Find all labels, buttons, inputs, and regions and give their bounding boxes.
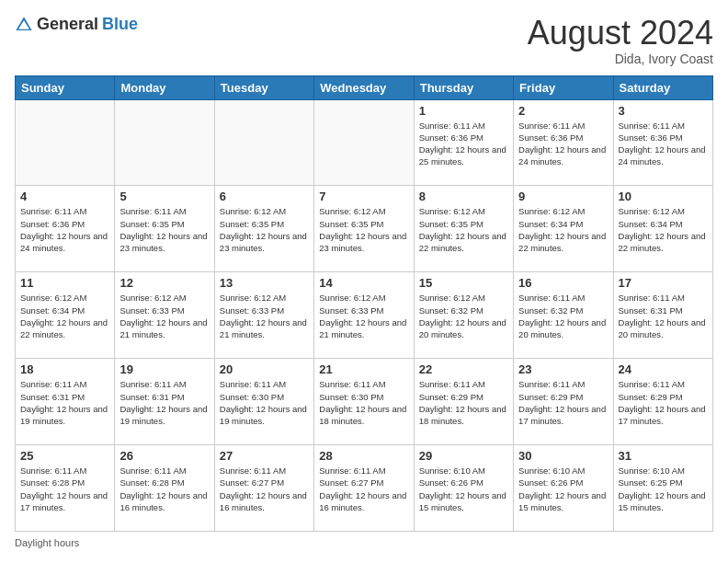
day-number: 24 <box>619 362 708 376</box>
day-info: Sunrise: 6:11 AM Sunset: 6:27 PM Dayligh… <box>220 465 309 513</box>
col-wednesday: Wednesday <box>314 75 414 99</box>
day-cell: 9Sunrise: 6:12 AM Sunset: 6:34 PM Daylig… <box>514 186 613 272</box>
day-info: Sunrise: 6:10 AM Sunset: 6:26 PM Dayligh… <box>419 465 508 513</box>
day-number: 6 <box>220 190 309 203</box>
footer-note: Daylight hours <box>15 537 713 548</box>
day-cell: 27Sunrise: 6:11 AM Sunset: 6:27 PM Dayli… <box>214 445 313 532</box>
day-number: 14 <box>319 276 408 290</box>
day-info: Sunrise: 6:11 AM Sunset: 6:30 PM Dayligh… <box>220 378 309 427</box>
week-row-1: 1Sunrise: 6:11 AM Sunset: 6:36 PM Daylig… <box>16 99 713 186</box>
day-info: Sunrise: 6:11 AM Sunset: 6:29 PM Dayligh… <box>518 378 608 427</box>
day-info: Sunrise: 6:11 AM Sunset: 6:36 PM Dayligh… <box>619 120 708 168</box>
day-number: 1 <box>419 104 508 118</box>
day-number: 23 <box>518 362 608 376</box>
day-number: 12 <box>119 276 209 290</box>
title-area: August 2024 Dida, Ivory Coast <box>528 15 713 66</box>
day-number: 28 <box>319 449 408 463</box>
day-number: 20 <box>220 362 309 376</box>
day-info: Sunrise: 6:11 AM Sunset: 6:31 PM Dayligh… <box>20 378 109 427</box>
day-cell <box>16 99 115 186</box>
day-cell: 28Sunrise: 6:11 AM Sunset: 6:27 PM Dayli… <box>314 445 414 532</box>
day-number: 2 <box>518 104 608 118</box>
col-friday: Friday <box>514 75 613 99</box>
day-number: 27 <box>220 449 309 463</box>
day-number: 3 <box>619 104 708 118</box>
day-info: Sunrise: 6:10 AM Sunset: 6:26 PM Dayligh… <box>518 465 608 513</box>
day-number: 8 <box>419 190 508 203</box>
day-info: Sunrise: 6:11 AM Sunset: 6:32 PM Dayligh… <box>518 292 608 340</box>
col-monday: Monday <box>115 75 214 99</box>
day-cell: 1Sunrise: 6:11 AM Sunset: 6:36 PM Daylig… <box>414 99 513 186</box>
logo-blue: Blue <box>102 15 138 34</box>
day-cell <box>214 99 313 186</box>
day-cell: 14Sunrise: 6:12 AM Sunset: 6:33 PM Dayli… <box>314 272 414 359</box>
day-number: 21 <box>319 362 408 376</box>
day-cell <box>314 99 414 186</box>
day-cell: 11Sunrise: 6:12 AM Sunset: 6:34 PM Dayli… <box>16 272 115 359</box>
day-cell: 8Sunrise: 6:12 AM Sunset: 6:35 PM Daylig… <box>414 186 513 272</box>
week-row-2: 4Sunrise: 6:11 AM Sunset: 6:36 PM Daylig… <box>16 186 713 272</box>
day-cell: 26Sunrise: 6:11 AM Sunset: 6:28 PM Dayli… <box>115 445 214 532</box>
day-info: Sunrise: 6:12 AM Sunset: 6:35 PM Dayligh… <box>419 205 508 254</box>
logo-general: General <box>37 15 98 34</box>
day-cell: 17Sunrise: 6:11 AM Sunset: 6:31 PM Dayli… <box>613 272 712 359</box>
day-info: Sunrise: 6:11 AM Sunset: 6:31 PM Dayligh… <box>619 292 708 340</box>
day-cell: 7Sunrise: 6:12 AM Sunset: 6:35 PM Daylig… <box>314 186 414 272</box>
logo-area: GeneralBlue <box>15 15 138 34</box>
day-cell: 5Sunrise: 6:11 AM Sunset: 6:35 PM Daylig… <box>115 186 214 272</box>
day-cell: 23Sunrise: 6:11 AM Sunset: 6:29 PM Dayli… <box>514 359 613 445</box>
day-number: 5 <box>119 190 209 203</box>
day-info: Sunrise: 6:12 AM Sunset: 6:35 PM Dayligh… <box>319 205 408 254</box>
day-info: Sunrise: 6:12 AM Sunset: 6:32 PM Dayligh… <box>419 292 508 340</box>
day-info: Sunrise: 6:11 AM Sunset: 6:27 PM Dayligh… <box>319 465 408 513</box>
header-row: Sunday Monday Tuesday Wednesday Thursday… <box>16 75 713 99</box>
day-cell: 29Sunrise: 6:10 AM Sunset: 6:26 PM Dayli… <box>414 445 513 532</box>
day-number: 11 <box>20 276 109 290</box>
day-number: 26 <box>119 449 209 463</box>
day-number: 18 <box>20 362 109 376</box>
day-number: 29 <box>419 449 508 463</box>
day-info: Sunrise: 6:11 AM Sunset: 6:29 PM Dayligh… <box>619 378 708 427</box>
week-row-3: 11Sunrise: 6:12 AM Sunset: 6:34 PM Dayli… <box>16 272 713 359</box>
day-cell: 6Sunrise: 6:12 AM Sunset: 6:35 PM Daylig… <box>214 186 313 272</box>
day-number: 9 <box>518 190 608 203</box>
col-sunday: Sunday <box>16 75 115 99</box>
day-cell: 15Sunrise: 6:12 AM Sunset: 6:32 PM Dayli… <box>414 272 513 359</box>
day-number: 30 <box>518 449 608 463</box>
day-cell: 10Sunrise: 6:12 AM Sunset: 6:34 PM Dayli… <box>613 186 712 272</box>
day-info: Sunrise: 6:12 AM Sunset: 6:34 PM Dayligh… <box>518 205 608 254</box>
day-cell: 12Sunrise: 6:12 AM Sunset: 6:33 PM Dayli… <box>115 272 214 359</box>
day-number: 13 <box>220 276 309 290</box>
day-number: 31 <box>619 449 708 463</box>
day-info: Sunrise: 6:10 AM Sunset: 6:25 PM Dayligh… <box>619 465 708 513</box>
day-number: 25 <box>20 449 109 463</box>
day-cell: 25Sunrise: 6:11 AM Sunset: 6:28 PM Dayli… <box>16 445 115 532</box>
day-number: 22 <box>419 362 508 376</box>
day-info: Sunrise: 6:12 AM Sunset: 6:33 PM Dayligh… <box>220 292 309 340</box>
day-info: Sunrise: 6:11 AM Sunset: 6:28 PM Dayligh… <box>20 465 109 513</box>
day-info: Sunrise: 6:11 AM Sunset: 6:28 PM Dayligh… <box>119 465 209 513</box>
day-cell: 22Sunrise: 6:11 AM Sunset: 6:29 PM Dayli… <box>414 359 513 445</box>
col-tuesday: Tuesday <box>214 75 313 99</box>
day-cell: 24Sunrise: 6:11 AM Sunset: 6:29 PM Dayli… <box>613 359 712 445</box>
day-info: Sunrise: 6:11 AM Sunset: 6:35 PM Dayligh… <box>119 205 209 254</box>
logo-icon <box>15 16 33 34</box>
day-number: 15 <box>419 276 508 290</box>
footer-label: Daylight hours <box>15 537 79 548</box>
week-row-4: 18Sunrise: 6:11 AM Sunset: 6:31 PM Dayli… <box>16 359 713 445</box>
day-info: Sunrise: 6:12 AM Sunset: 6:33 PM Dayligh… <box>319 292 408 340</box>
day-info: Sunrise: 6:12 AM Sunset: 6:33 PM Dayligh… <box>119 292 209 340</box>
day-info: Sunrise: 6:12 AM Sunset: 6:34 PM Dayligh… <box>619 205 708 254</box>
day-number: 19 <box>119 362 209 376</box>
col-saturday: Saturday <box>613 75 712 99</box>
day-info: Sunrise: 6:11 AM Sunset: 6:36 PM Dayligh… <box>419 120 508 168</box>
day-info: Sunrise: 6:11 AM Sunset: 6:36 PM Dayligh… <box>20 205 109 254</box>
logo: GeneralBlue <box>15 15 138 34</box>
day-cell: 20Sunrise: 6:11 AM Sunset: 6:30 PM Dayli… <box>214 359 313 445</box>
calendar: Sunday Monday Tuesday Wednesday Thursday… <box>15 75 713 532</box>
week-row-5: 25Sunrise: 6:11 AM Sunset: 6:28 PM Dayli… <box>16 445 713 532</box>
day-info: Sunrise: 6:12 AM Sunset: 6:34 PM Dayligh… <box>20 292 109 340</box>
location: Dida, Ivory Coast <box>528 52 713 66</box>
day-info: Sunrise: 6:11 AM Sunset: 6:30 PM Dayligh… <box>319 378 408 427</box>
day-cell: 3Sunrise: 6:11 AM Sunset: 6:36 PM Daylig… <box>613 99 712 186</box>
